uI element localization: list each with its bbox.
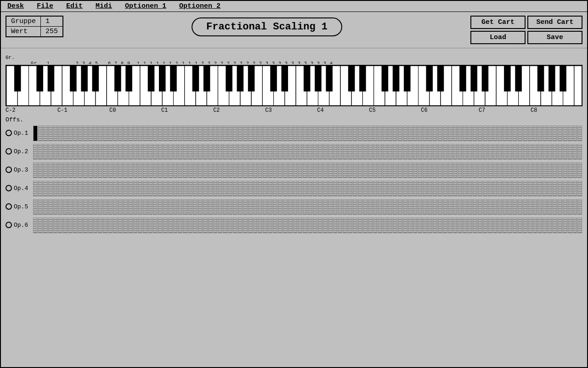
bar-cell[interactable] — [233, 144, 237, 160]
bar-cell[interactable] — [313, 199, 317, 215]
bar-cell[interactable] — [243, 126, 248, 141]
bar-cell[interactable] — [433, 218, 437, 233]
bar-cell[interactable] — [308, 126, 312, 141]
menu-edit[interactable]: Edit — [64, 2, 85, 11]
bar-cell[interactable] — [378, 162, 382, 178]
bar-cell[interactable] — [243, 162, 248, 178]
bar-cell[interactable] — [378, 218, 382, 233]
bar-cell[interactable] — [203, 126, 208, 141]
bar-cell[interactable] — [63, 126, 68, 141]
bar-cell[interactable] — [48, 199, 53, 215]
bar-cell[interactable] — [513, 162, 517, 178]
bar-cell[interactable] — [188, 144, 192, 160]
bar-cell[interactable] — [218, 199, 222, 215]
bar-cell[interactable] — [298, 126, 302, 141]
bar-cell[interactable] — [353, 144, 357, 160]
bar-cell[interactable] — [63, 162, 68, 178]
bar-cell[interactable] — [573, 199, 577, 215]
bar-cell[interactable] — [128, 181, 133, 196]
bar-cell[interactable] — [158, 162, 163, 178]
bar-cell[interactable] — [58, 126, 62, 141]
bar-cell[interactable] — [488, 126, 492, 141]
bar-cell[interactable] — [108, 199, 113, 215]
bar-cell[interactable] — [328, 162, 333, 178]
bar-cell[interactable] — [563, 199, 567, 215]
bar-cell[interactable] — [303, 144, 307, 160]
bar-cell[interactable] — [198, 181, 203, 196]
bar-cell[interactable] — [363, 199, 368, 215]
bar-cell[interactable] — [373, 162, 378, 178]
bar-cell[interactable] — [363, 126, 368, 141]
bar-cell[interactable] — [508, 218, 512, 233]
bar-cell[interactable] — [498, 126, 502, 141]
bar-cell[interactable] — [98, 144, 102, 160]
bar-cell[interactable] — [443, 126, 447, 141]
bar-cell[interactable] — [563, 126, 567, 141]
bar-cell[interactable] — [478, 162, 482, 178]
bar-cell[interactable] — [83, 126, 88, 141]
bar-cell[interactable] — [358, 126, 362, 141]
bar-cell[interactable] — [323, 144, 328, 160]
bar-cell[interactable] — [518, 181, 522, 196]
bar-cell[interactable] — [73, 126, 78, 141]
bar-cell[interactable] — [258, 199, 262, 215]
bar-cell[interactable] — [348, 162, 352, 178]
bar-cell[interactable] — [413, 126, 418, 141]
bar-cell[interactable] — [283, 162, 288, 178]
bar-cell[interactable] — [543, 126, 547, 141]
bar-cell[interactable] — [348, 199, 352, 215]
bar-cell[interactable] — [368, 162, 373, 178]
bar-cell[interactable] — [568, 126, 572, 141]
bar-cell[interactable] — [423, 218, 427, 233]
bar-cell[interactable] — [323, 218, 328, 233]
bar-cell[interactable] — [363, 218, 368, 233]
bar-cell[interactable] — [443, 218, 447, 233]
bar-cell[interactable] — [493, 126, 498, 141]
bar-cell[interactable] — [178, 126, 182, 141]
bar-cell[interactable] — [288, 199, 293, 215]
bar-cell[interactable] — [263, 162, 267, 178]
bar-cell[interactable] — [453, 162, 458, 178]
bar-cell[interactable] — [263, 218, 267, 233]
bar-cell[interactable] — [38, 126, 43, 141]
bar-cell[interactable] — [323, 162, 328, 178]
bar-cell[interactable] — [537, 126, 542, 141]
send-cart-button[interactable]: Send Cart — [527, 16, 582, 29]
bar-cell[interactable] — [533, 126, 537, 141]
bar-cell[interactable] — [48, 181, 53, 196]
bar-cell[interactable] — [503, 126, 507, 141]
bar-cell[interactable] — [398, 144, 402, 160]
bar-cell[interactable] — [478, 181, 482, 196]
bar-cell[interactable] — [98, 181, 102, 196]
bar-cell[interactable] — [463, 181, 467, 196]
bar-cell[interactable] — [413, 199, 418, 215]
bar-cell[interactable] — [43, 126, 48, 141]
bar-cell[interactable] — [298, 218, 302, 233]
bar-cell[interactable] — [103, 181, 107, 196]
bar-cell[interactable] — [493, 218, 498, 233]
bar-cell[interactable] — [408, 162, 413, 178]
bar-cell[interactable] — [378, 126, 382, 141]
bar-cell[interactable] — [228, 181, 232, 196]
bar-cell[interactable] — [333, 218, 338, 233]
bar-cell[interactable] — [168, 181, 173, 196]
bar-cell[interactable] — [398, 126, 402, 141]
bar-cell[interactable] — [88, 181, 93, 196]
bar-cell[interactable] — [553, 181, 557, 196]
bar-cell[interactable] — [478, 199, 482, 215]
op-bars-4[interactable] — [33, 180, 582, 196]
bar-cell[interactable] — [458, 126, 462, 141]
bar-cell[interactable] — [163, 144, 168, 160]
bar-cell[interactable] — [383, 218, 387, 233]
bar-cell[interactable] — [353, 199, 357, 215]
bar-cell[interactable] — [438, 162, 442, 178]
bar-cell[interactable] — [48, 126, 53, 141]
bar-cell[interactable] — [373, 126, 378, 141]
bar-cell[interactable] — [133, 162, 138, 178]
bar-cell[interactable] — [453, 218, 458, 233]
bar-cell[interactable] — [418, 181, 422, 196]
bar-cell[interactable] — [468, 199, 472, 215]
bar-cell[interactable] — [513, 144, 517, 160]
bar-cell[interactable] — [463, 162, 467, 178]
bar-cell[interactable] — [448, 144, 452, 160]
